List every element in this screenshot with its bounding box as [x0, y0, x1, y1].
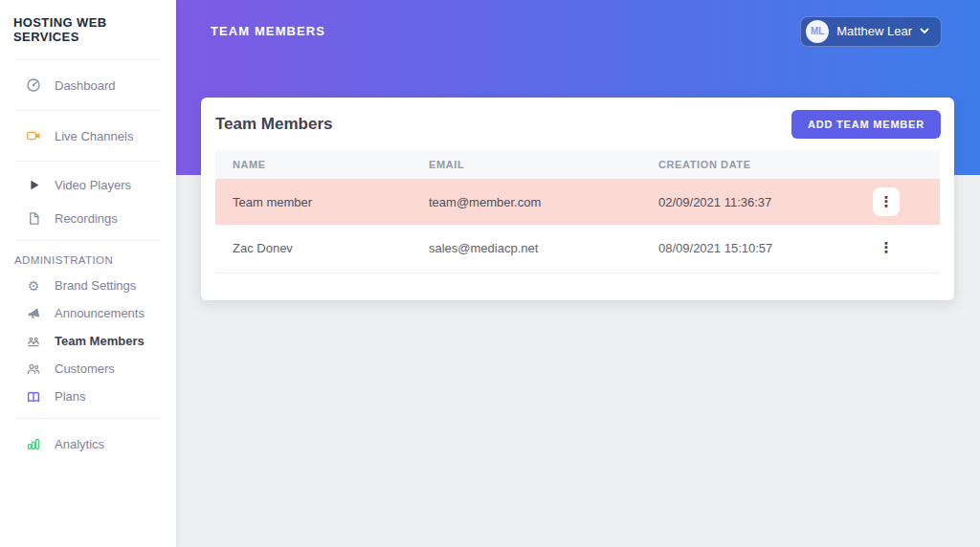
file-icon [25, 209, 42, 227]
team-members-table: NAME EMAIL CREATION DATE Team member tea… [215, 150, 940, 274]
cell-name: Zac Donev [215, 225, 412, 273]
cell-creation-date: 02/09/2021 11:36:37 [641, 179, 854, 225]
team-icon [25, 333, 42, 350]
sidebar-item-plans[interactable]: Plans [0, 383, 176, 410]
sidebar-item-label: Recordings [55, 211, 118, 226]
customers-icon [25, 361, 42, 378]
avatar: ML [806, 20, 829, 43]
play-icon [25, 176, 42, 193]
sidebar-item-label: Plans [55, 389, 86, 404]
megaphone-icon [25, 305, 42, 322]
column-header-creation-date: CREATION DATE [641, 150, 854, 179]
sidebar: HOSTING WEB SERVICES Dashboard Live Chan… [0, 0, 176, 547]
table-header-row: NAME EMAIL CREATION DATE [215, 150, 940, 179]
column-header-name: NAME [215, 150, 412, 179]
video-camera-icon [25, 127, 42, 144]
card-title: Team Members [215, 115, 333, 134]
card-header: Team Members ADD TEAM MEMBER [201, 98, 954, 150]
book-icon [25, 388, 42, 405]
brand-title: HOSTING WEB SERVICES [0, 0, 176, 59]
row-actions-menu-button[interactable]: ⋮ [873, 234, 900, 263]
sidebar-item-team-members[interactable]: Team Members [0, 327, 176, 355]
column-header-email: EMAIL [412, 150, 641, 179]
chevron-down-icon [920, 28, 929, 34]
row-actions-menu-button[interactable]: ⋮ [873, 187, 900, 216]
topbar: TEAM MEMBERS ML Matthew Lear [176, 0, 980, 52]
column-header-actions [854, 150, 940, 179]
cell-email: team@member.com [412, 179, 641, 225]
sidebar-item-live-channels[interactable]: Live Channels [0, 117, 176, 155]
sidebar-item-announcements[interactable]: Announcements [0, 299, 176, 327]
user-menu[interactable]: ML Matthew Lear [800, 16, 942, 47]
sidebar-item-label: Dashboard [55, 78, 116, 93]
sidebar-item-label: Team Members [55, 334, 145, 348]
sidebar-item-label: Customers [55, 361, 115, 376]
page-title: TEAM MEMBERS [211, 24, 325, 38]
sidebar-item-customers[interactable]: Customers [0, 355, 176, 383]
sidebar-item-recordings[interactable]: Recordings [0, 202, 176, 234]
admin-section-label: ADMINISTRATION [0, 241, 176, 272]
sidebar-item-label: Video Players [55, 178, 131, 192]
sidebar-item-video-players[interactable]: Video Players [0, 167, 176, 202]
dashboard-icon [25, 77, 42, 94]
cell-email: sales@mediacp.net [412, 225, 641, 273]
sidebar-item-brand-settings[interactable]: ⚙ Brand Settings [0, 272, 176, 299]
sidebar-item-label: Live Channels [55, 129, 133, 143]
gear-icon: ⚙ [25, 277, 42, 295]
team-members-card: Team Members ADD TEAM MEMBER NAME EMAIL … [201, 98, 954, 300]
sidebar-item-label: Brand Settings [55, 278, 136, 293]
sidebar-item-label: Analytics [55, 437, 104, 451]
cell-name: Team member [215, 179, 412, 225]
table-row: Zac Donev sales@mediacp.net 08/09/2021 1… [215, 225, 940, 273]
sidebar-item-label: Announcements [55, 306, 145, 320]
table-row: Team member team@member.com 02/09/2021 1… [215, 179, 940, 225]
user-name: Matthew Lear [836, 24, 912, 38]
add-team-member-button[interactable]: ADD TEAM MEMBER [791, 110, 941, 139]
bar-chart-icon [25, 435, 42, 452]
sidebar-item-dashboard[interactable]: Dashboard [0, 66, 176, 104]
cell-creation-date: 08/09/2021 15:10:57 [641, 225, 854, 273]
sidebar-item-analytics[interactable]: Analytics [0, 425, 176, 463]
